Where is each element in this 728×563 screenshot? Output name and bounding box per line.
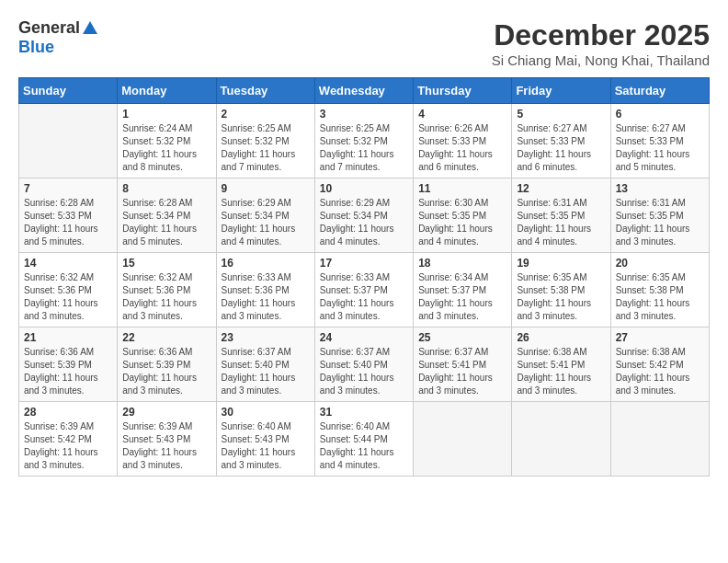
day-number: 23 xyxy=(222,331,310,344)
calendar-cell: 20Sunrise: 6:35 AMSunset: 5:38 PMDayligh… xyxy=(610,253,709,327)
calendar-cell: 24Sunrise: 6:37 AMSunset: 5:40 PMDayligh… xyxy=(314,327,413,402)
day-number: 16 xyxy=(222,257,310,270)
day-info: Sunrise: 6:39 AMSunset: 5:42 PMDaylight:… xyxy=(24,420,112,472)
calendar-cell: 6Sunrise: 6:27 AMSunset: 5:33 PMDaylight… xyxy=(610,104,709,178)
calendar-table: SundayMondayTuesdayWednesdayThursdayFrid… xyxy=(18,77,710,477)
calendar-cell xyxy=(414,402,512,477)
calendar-cell: 15Sunrise: 6:32 AMSunset: 5:36 PMDayligh… xyxy=(118,253,216,327)
calendar-header-friday: Friday xyxy=(512,78,610,104)
day-number: 6 xyxy=(616,108,704,121)
day-number: 19 xyxy=(517,257,605,270)
month-title: December 2025 xyxy=(492,18,710,52)
day-number: 18 xyxy=(418,257,506,270)
day-number: 12 xyxy=(517,182,605,195)
calendar-cell xyxy=(19,104,118,178)
day-number: 20 xyxy=(616,257,704,270)
day-number: 27 xyxy=(616,331,704,344)
day-info: Sunrise: 6:36 AMSunset: 5:39 PMDaylight:… xyxy=(24,346,112,397)
day-number: 28 xyxy=(24,406,112,419)
day-number: 5 xyxy=(517,108,605,121)
calendar-week-row: 21Sunrise: 6:36 AMSunset: 5:39 PMDayligh… xyxy=(19,327,710,402)
day-info: Sunrise: 6:39 AMSunset: 5:43 PMDaylight:… xyxy=(122,420,210,472)
calendar-header-tuesday: Tuesday xyxy=(216,78,314,104)
calendar-cell: 5Sunrise: 6:27 AMSunset: 5:33 PMDaylight… xyxy=(512,104,610,178)
title-block: December 2025 Si Chiang Mai, Nong Khai, … xyxy=(492,18,710,68)
calendar-header-wednesday: Wednesday xyxy=(314,78,413,104)
calendar-week-row: 28Sunrise: 6:39 AMSunset: 5:42 PMDayligh… xyxy=(19,402,710,477)
calendar-header-sunday: Sunday xyxy=(19,78,118,104)
logo-blue-text: Blue xyxy=(18,38,54,56)
calendar-header-saturday: Saturday xyxy=(610,78,709,104)
logo-general-text: General xyxy=(18,18,80,38)
calendar-header-thursday: Thursday xyxy=(414,78,512,104)
day-number: 24 xyxy=(320,331,408,344)
calendar-header-row: SundayMondayTuesdayWednesdayThursdayFrid… xyxy=(19,78,710,104)
day-number: 26 xyxy=(517,331,605,344)
day-number: 10 xyxy=(320,182,408,195)
calendar-cell: 12Sunrise: 6:31 AMSunset: 5:35 PMDayligh… xyxy=(512,178,610,253)
day-number: 14 xyxy=(24,257,112,270)
calendar-week-row: 7Sunrise: 6:28 AMSunset: 5:33 PMDaylight… xyxy=(19,178,710,253)
day-number: 21 xyxy=(24,331,112,344)
calendar-week-row: 14Sunrise: 6:32 AMSunset: 5:36 PMDayligh… xyxy=(19,253,710,327)
day-info: Sunrise: 6:30 AMSunset: 5:35 PMDaylight:… xyxy=(418,197,506,248)
day-info: Sunrise: 6:34 AMSunset: 5:37 PMDaylight:… xyxy=(418,271,506,323)
day-number: 3 xyxy=(320,108,408,121)
calendar-cell: 28Sunrise: 6:39 AMSunset: 5:42 PMDayligh… xyxy=(19,402,118,477)
day-info: Sunrise: 6:40 AMSunset: 5:43 PMDaylight:… xyxy=(222,420,310,472)
calendar-cell: 17Sunrise: 6:33 AMSunset: 5:37 PMDayligh… xyxy=(314,253,413,327)
calendar-cell: 21Sunrise: 6:36 AMSunset: 5:39 PMDayligh… xyxy=(19,327,118,402)
calendar-cell: 8Sunrise: 6:28 AMSunset: 5:34 PMDaylight… xyxy=(118,178,216,253)
day-info: Sunrise: 6:33 AMSunset: 5:36 PMDaylight:… xyxy=(222,271,310,323)
calendar-cell: 18Sunrise: 6:34 AMSunset: 5:37 PMDayligh… xyxy=(414,253,512,327)
calendar-cell: 1Sunrise: 6:24 AMSunset: 5:32 PMDaylight… xyxy=(118,104,216,178)
calendar-cell: 27Sunrise: 6:38 AMSunset: 5:42 PMDayligh… xyxy=(610,327,709,402)
day-number: 7 xyxy=(24,182,112,195)
day-number: 13 xyxy=(616,182,704,195)
calendar-header-monday: Monday xyxy=(118,78,216,104)
day-info: Sunrise: 6:35 AMSunset: 5:38 PMDaylight:… xyxy=(616,271,704,323)
page-header: General Blue December 2025 Si Chiang Mai… xyxy=(18,18,710,68)
day-info: Sunrise: 6:37 AMSunset: 5:40 PMDaylight:… xyxy=(222,346,310,397)
calendar-cell: 30Sunrise: 6:40 AMSunset: 5:43 PMDayligh… xyxy=(216,402,314,477)
day-info: Sunrise: 6:27 AMSunset: 5:33 PMDaylight:… xyxy=(517,122,605,174)
day-number: 29 xyxy=(122,406,210,419)
calendar-cell: 29Sunrise: 6:39 AMSunset: 5:43 PMDayligh… xyxy=(118,402,216,477)
day-number: 17 xyxy=(320,257,408,270)
day-info: Sunrise: 6:25 AMSunset: 5:32 PMDaylight:… xyxy=(222,122,310,174)
day-info: Sunrise: 6:28 AMSunset: 5:33 PMDaylight:… xyxy=(24,197,112,248)
calendar-cell: 14Sunrise: 6:32 AMSunset: 5:36 PMDayligh… xyxy=(19,253,118,327)
day-number: 25 xyxy=(418,331,506,344)
calendar-cell: 10Sunrise: 6:29 AMSunset: 5:34 PMDayligh… xyxy=(314,178,413,253)
calendar-cell: 4Sunrise: 6:26 AMSunset: 5:33 PMDaylight… xyxy=(414,104,512,178)
day-info: Sunrise: 6:36 AMSunset: 5:39 PMDaylight:… xyxy=(122,346,210,397)
day-info: Sunrise: 6:32 AMSunset: 5:36 PMDaylight:… xyxy=(122,271,210,323)
day-info: Sunrise: 6:28 AMSunset: 5:34 PMDaylight:… xyxy=(122,197,210,248)
day-number: 31 xyxy=(320,406,408,419)
day-info: Sunrise: 6:35 AMSunset: 5:38 PMDaylight:… xyxy=(517,271,605,323)
calendar-cell xyxy=(610,402,709,477)
day-info: Sunrise: 6:38 AMSunset: 5:41 PMDaylight:… xyxy=(517,346,605,397)
day-info: Sunrise: 6:24 AMSunset: 5:32 PMDaylight:… xyxy=(122,122,210,174)
calendar-cell: 7Sunrise: 6:28 AMSunset: 5:33 PMDaylight… xyxy=(19,178,118,253)
day-number: 22 xyxy=(122,331,210,344)
calendar-cell: 3Sunrise: 6:25 AMSunset: 5:32 PMDaylight… xyxy=(314,104,413,178)
calendar-cell: 9Sunrise: 6:29 AMSunset: 5:34 PMDaylight… xyxy=(216,178,314,253)
day-info: Sunrise: 6:25 AMSunset: 5:32 PMDaylight:… xyxy=(320,122,408,174)
day-number: 2 xyxy=(222,108,310,121)
logo: General Blue xyxy=(18,18,97,57)
calendar-cell xyxy=(512,402,610,477)
calendar-cell: 19Sunrise: 6:35 AMSunset: 5:38 PMDayligh… xyxy=(512,253,610,327)
day-info: Sunrise: 6:40 AMSunset: 5:44 PMDaylight:… xyxy=(320,420,408,472)
calendar-cell: 2Sunrise: 6:25 AMSunset: 5:32 PMDaylight… xyxy=(216,104,314,178)
calendar-cell: 22Sunrise: 6:36 AMSunset: 5:39 PMDayligh… xyxy=(118,327,216,402)
day-info: Sunrise: 6:31 AMSunset: 5:35 PMDaylight:… xyxy=(517,197,605,248)
calendar-cell: 11Sunrise: 6:30 AMSunset: 5:35 PMDayligh… xyxy=(414,178,512,253)
day-number: 1 xyxy=(122,108,210,121)
day-number: 8 xyxy=(122,182,210,195)
day-info: Sunrise: 6:31 AMSunset: 5:35 PMDaylight:… xyxy=(616,197,704,248)
calendar-cell: 23Sunrise: 6:37 AMSunset: 5:40 PMDayligh… xyxy=(216,327,314,402)
calendar-cell: 25Sunrise: 6:37 AMSunset: 5:41 PMDayligh… xyxy=(414,327,512,402)
calendar-week-row: 1Sunrise: 6:24 AMSunset: 5:32 PMDaylight… xyxy=(19,104,710,178)
day-info: Sunrise: 6:26 AMSunset: 5:33 PMDaylight:… xyxy=(418,122,506,174)
